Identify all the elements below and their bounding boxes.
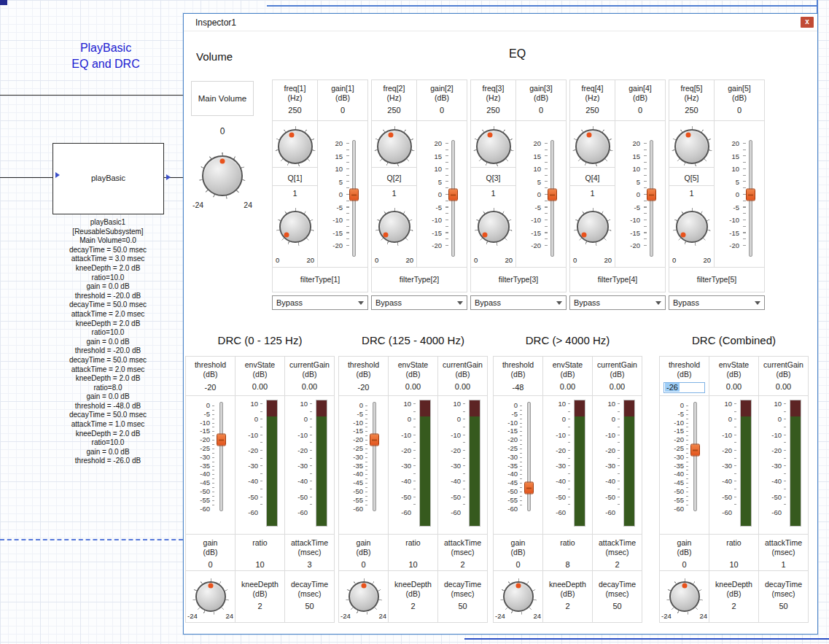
filter-type-dropdown[interactable]: Bypass: [470, 295, 567, 310]
freq-value[interactable]: 250: [471, 106, 515, 115]
q-knob[interactable]: [276, 208, 314, 246]
decaytime-cell: decayTime (msec) 50: [285, 571, 334, 622]
gain-unit: (dB): [186, 548, 235, 557]
q-label: Q[5]: [685, 174, 699, 182]
gain-knob[interactable]: [500, 578, 537, 615]
gain-value[interactable]: 0: [660, 560, 709, 569]
gain-value[interactable]: 0: [516, 106, 566, 115]
gain-slider-handle[interactable]: [746, 189, 755, 201]
threshold-handle[interactable]: [217, 434, 226, 446]
gain-value[interactable]: 0: [339, 560, 388, 569]
gain-knob[interactable]: [192, 578, 229, 615]
threshold-value-field[interactable]: -26: [663, 382, 705, 393]
gain-slider-handle[interactable]: [548, 189, 557, 201]
threshold-track[interactable]: [219, 402, 223, 511]
canvas[interactable]: { "canvas": { "title": "PlayBasic\nEQ an…: [0, 0, 829, 644]
freq-knob[interactable]: [672, 126, 712, 167]
gain-slider-handle[interactable]: [448, 189, 458, 201]
decaytime-value[interactable]: 50: [285, 602, 334, 610]
volume-panel: Main Volume 0 -24 24: [191, 81, 254, 211]
threshold-track[interactable]: [527, 402, 531, 511]
ratio-label: ratio: [709, 538, 758, 548]
gain-knob[interactable]: [666, 578, 703, 615]
q-knob[interactable]: [673, 208, 711, 246]
kneedepth-value[interactable]: 2: [543, 602, 592, 610]
window-titlebar[interactable]: Inspector1 x: [184, 14, 817, 31]
freq-knob[interactable]: [473, 126, 514, 167]
gain-knob-max-label: 24: [533, 612, 541, 620]
gain-slider[interactable]: 20 15 10 5 0 -5 -10 -15 -20: [615, 121, 665, 267]
filter-type-dropdown[interactable]: Bypass: [669, 295, 765, 310]
q-knob[interactable]: [375, 208, 413, 246]
kneedepth-value[interactable]: 2: [709, 602, 758, 610]
volume-min-label: -24: [192, 201, 203, 209]
gain-value[interactable]: 0: [615, 106, 665, 115]
gain-slider[interactable]: 20 15 10 5 0 -5 -10 -15 -20: [516, 121, 566, 267]
q-value[interactable]: 1: [669, 186, 714, 201]
ratio-value[interactable]: 8: [543, 560, 592, 569]
gain-knob[interactable]: [346, 578, 382, 615]
threshold-slider[interactable]: 0 -5 -10 -15 -20 -25 -30 -35 -40 -45 -50…: [494, 396, 543, 534]
q-knob[interactable]: [475, 208, 513, 246]
main-volume-value[interactable]: 0: [191, 126, 254, 136]
attacktime-value[interactable]: 1: [759, 560, 808, 569]
freq-knob[interactable]: [572, 126, 613, 167]
threshold-slider[interactable]: 0 -5 -10 -15 -20 -25 -30 -35 -40 -45 -50…: [339, 396, 389, 534]
threshold-handle[interactable]: [690, 444, 700, 457]
freq-value[interactable]: 250: [273, 106, 317, 115]
ratio-value[interactable]: 10: [236, 560, 284, 569]
currentgain-meter-bar: [470, 400, 480, 526]
gain-value[interactable]: 0: [417, 106, 467, 115]
gain-value[interactable]: 0: [186, 560, 235, 569]
kneedepth-value[interactable]: 2: [389, 602, 437, 610]
main-volume-knob[interactable]: [199, 152, 246, 199]
q-value[interactable]: 1: [471, 186, 515, 201]
gain-value[interactable]: 0: [494, 560, 542, 569]
attacktime-value[interactable]: 2: [438, 560, 487, 569]
decaytime-value[interactable]: 50: [759, 602, 808, 610]
threshold-value-field[interactable]: -20: [186, 382, 235, 393]
envstate-unit: (dB): [236, 370, 284, 379]
threshold-track[interactable]: [693, 402, 697, 511]
threshold-track[interactable]: [373, 402, 376, 511]
q-value[interactable]: 1: [273, 186, 317, 201]
gain-slider-handle[interactable]: [647, 189, 656, 201]
decaytime-value[interactable]: 50: [593, 602, 642, 610]
filter-type-dropdown[interactable]: Bypass: [371, 295, 467, 310]
q-label: Q[3]: [486, 174, 501, 182]
threshold-value-field[interactable]: -20: [339, 382, 388, 393]
gain-slider[interactable]: 20 15 10 5 0 -5 -10 -15 -20: [715, 121, 764, 267]
attacktime-value[interactable]: 3: [285, 560, 334, 569]
gain-slider[interactable]: 20 15 10 5 0 -5 -10 -15 -20: [417, 121, 467, 267]
freq-knob[interactable]: [275, 126, 316, 167]
gain-value[interactable]: 0: [715, 106, 764, 115]
meter-ticks: 10 0 -10 -20 -30 -40 -50 -60: [285, 396, 308, 520]
q-value[interactable]: 1: [372, 186, 416, 201]
q-knob[interactable]: [574, 208, 612, 246]
gain-unit: (dB): [715, 93, 764, 103]
filter-type-dropdown[interactable]: Bypass: [272, 295, 368, 310]
close-icon[interactable]: x: [801, 17, 814, 28]
freq-value[interactable]: 250: [669, 106, 714, 115]
threshold-slider[interactable]: 0 -5 -10 -15 -20 -25 -30 -35 -40 -45 -50…: [660, 396, 709, 534]
currentgain-cell: currentGain (dB) 0.00: [438, 357, 487, 395]
threshold-value-field[interactable]: -48: [494, 382, 542, 393]
filter-type-dropdown[interactable]: Bypass: [569, 295, 666, 310]
threshold-slider[interactable]: 0 -5 -10 -15 -20 -25 -30 -35 -40 -45 -50…: [186, 396, 236, 534]
gain-slider-handle[interactable]: [349, 189, 359, 201]
freq-value[interactable]: 250: [372, 106, 416, 115]
q-value[interactable]: 1: [570, 186, 615, 201]
freq-value[interactable]: 250: [570, 106, 615, 115]
freq-knob[interactable]: [374, 126, 415, 167]
playbasic-block[interactable]: playBasic: [52, 143, 164, 214]
q-max-label: 20: [703, 256, 711, 264]
gain-slider[interactable]: 20 15 10 5 0 -5 -10 -15 -20: [318, 121, 367, 267]
threshold-handle[interactable]: [370, 434, 379, 446]
kneedepth-value[interactable]: 2: [236, 602, 284, 610]
attacktime-value[interactable]: 2: [593, 560, 642, 569]
decaytime-value[interactable]: 50: [438, 602, 487, 610]
ratio-value[interactable]: 10: [709, 560, 758, 569]
gain-value[interactable]: 0: [318, 106, 367, 115]
threshold-handle[interactable]: [524, 482, 534, 494]
ratio-value[interactable]: 10: [389, 560, 437, 569]
